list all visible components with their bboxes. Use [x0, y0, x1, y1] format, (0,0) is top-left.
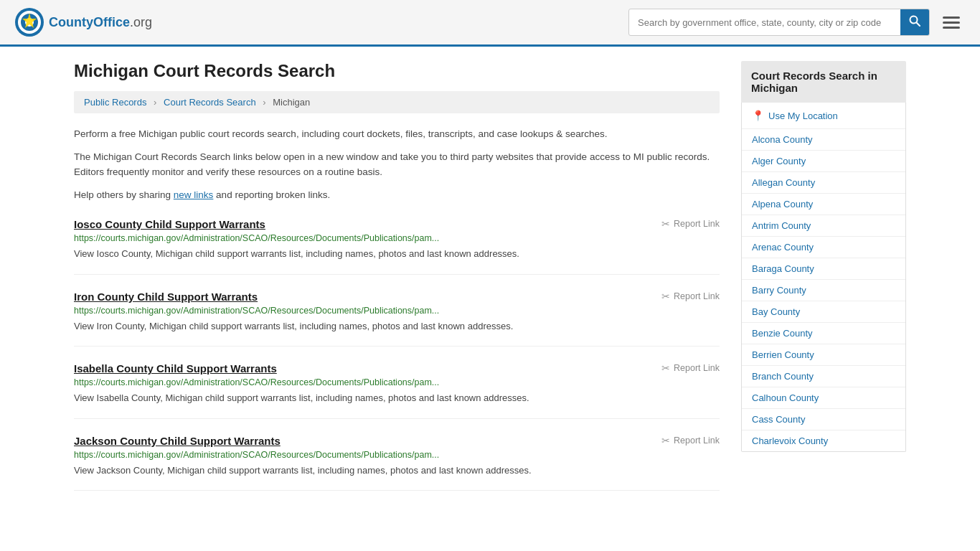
result-header: Jackson County Child Support Warrants ✂ …	[74, 435, 720, 450]
report-link-label: Report Link	[674, 435, 720, 446]
result-description: View Jackson County, Michigan child supp…	[74, 463, 720, 478]
report-link-button[interactable]: ✂ Report Link	[661, 362, 720, 374]
report-icon: ✂	[661, 362, 670, 374]
sidebar-section: 📍 Use My Location Alcona CountyAlger Cou…	[741, 103, 906, 452]
county-list-item: Antrim County	[742, 215, 905, 237]
use-location-label: Use My Location	[768, 110, 838, 121]
result-header: Isabella County Child Support Warrants ✂…	[74, 362, 720, 377]
county-list-item: Bay County	[742, 301, 905, 323]
county-list-item: Alger County	[742, 151, 905, 172]
result-item: Iosco County Child Support Warrants ✂ Re…	[74, 218, 720, 275]
county-list-item: Branch County	[742, 366, 905, 387]
result-title-link[interactable]: Iosco County Child Support Warrants	[74, 218, 265, 230]
description-3-prefix: Help others by sharing	[74, 189, 174, 200]
page-title: Michigan Court Records Search	[74, 61, 720, 81]
report-icon: ✂	[661, 291, 670, 302]
county-list-item: Cass County	[742, 409, 905, 430]
sidebar-county-link-allegan-county[interactable]: Allegan County	[742, 172, 905, 193]
sidebar-county-link-calhoun-county[interactable]: Calhoun County	[742, 387, 905, 408]
result-url: https://courts.michigan.gov/Administrati…	[74, 233, 720, 243]
sidebar-county-link-cass-county[interactable]: Cass County	[742, 409, 905, 430]
sidebar-county-link-branch-county[interactable]: Branch County	[742, 366, 905, 387]
main-container: Michigan Court Records Search Public Rec…	[60, 47, 920, 505]
county-list-item: Arenac County	[742, 237, 905, 258]
report-link-button[interactable]: ✂ Report Link	[661, 435, 720, 446]
county-list: Alcona CountyAlger CountyAllegan CountyA…	[742, 129, 905, 451]
site-header: CountyOffice.org	[0, 0, 980, 47]
logo-text: CountyOffice.org	[49, 15, 152, 30]
sidebar-county-link-benzie-county[interactable]: Benzie County	[742, 323, 905, 344]
search-input[interactable]	[629, 11, 900, 34]
report-link-label: Report Link	[674, 219, 720, 229]
result-item: Isabella County Child Support Warrants ✂…	[74, 362, 720, 419]
result-description: View Isabella County, Michigan child sup…	[74, 391, 720, 405]
result-url: https://courts.michigan.gov/Administrati…	[74, 377, 720, 387]
location-icon: 📍	[752, 110, 764, 121]
sidebar-county-link-charlevoix-county[interactable]: Charlevoix County	[742, 430, 905, 451]
county-list-item: Alpena County	[742, 194, 905, 215]
menu-bar	[943, 27, 960, 29]
breadcrumb-link-public-records[interactable]: Public Records	[84, 97, 146, 108]
logo-icon	[14, 7, 44, 37]
result-url: https://courts.michigan.gov/Administrati…	[74, 306, 720, 316]
breadcrumb-link-court-records[interactable]: Court Records Search	[164, 97, 256, 108]
county-list-item: Benzie County	[742, 323, 905, 344]
breadcrumb: Public Records › Court Records Search › …	[74, 91, 720, 113]
use-my-location-link[interactable]: 📍 Use My Location	[742, 103, 905, 129]
result-header: Iron County Child Support Warrants ✂ Rep…	[74, 291, 720, 306]
description-2: The Michigan Court Records Search links …	[74, 149, 720, 180]
sidebar-county-link-berrien-county[interactable]: Berrien County	[742, 344, 905, 365]
report-icon: ✂	[661, 435, 670, 446]
result-url: https://courts.michigan.gov/Administrati…	[74, 450, 720, 460]
breadcrumb-current: Michigan	[273, 97, 310, 108]
breadcrumb-separator: ›	[154, 97, 156, 108]
search-button[interactable]	[900, 9, 929, 35]
svg-line-6	[917, 23, 920, 27]
menu-button[interactable]	[937, 14, 966, 32]
county-list-item: Calhoun County	[742, 387, 905, 409]
result-title-link[interactable]: Jackson County Child Support Warrants	[74, 435, 281, 447]
logo-area: CountyOffice.org	[14, 7, 152, 37]
sidebar: Court Records Search in Michigan 📍 Use M…	[741, 61, 906, 491]
result-item: Jackson County Child Support Warrants ✂ …	[74, 435, 720, 491]
report-icon: ✂	[661, 218, 670, 230]
search-bar	[628, 9, 930, 36]
county-list-item: Baraga County	[742, 258, 905, 280]
breadcrumb-separator: ›	[263, 97, 265, 108]
report-link-label: Report Link	[674, 363, 720, 373]
report-link-label: Report Link	[674, 291, 720, 301]
description-3: Help others by sharing new links and rep…	[74, 187, 720, 203]
menu-bar	[943, 17, 960, 19]
menu-bar	[943, 22, 960, 24]
new-links-link[interactable]: new links	[174, 189, 214, 200]
sidebar-county-link-antrim-county[interactable]: Antrim County	[742, 215, 905, 236]
county-list-item: Barry County	[742, 280, 905, 301]
result-description: View Iosco County, Michigan child suppor…	[74, 247, 720, 261]
report-link-button[interactable]: ✂ Report Link	[661, 218, 720, 230]
result-description: View Iron County, Michigan child support…	[74, 319, 720, 334]
sidebar-county-link-barry-county[interactable]: Barry County	[742, 280, 905, 301]
report-link-button[interactable]: ✂ Report Link	[661, 291, 720, 302]
sidebar-county-link-alpena-county[interactable]: Alpena County	[742, 194, 905, 215]
sidebar-county-link-arenac-county[interactable]: Arenac County	[742, 237, 905, 258]
county-list-item: Allegan County	[742, 172, 905, 194]
result-title-link[interactable]: Isabella County Child Support Warrants	[74, 362, 277, 375]
sidebar-county-link-bay-county[interactable]: Bay County	[742, 301, 905, 322]
header-right	[628, 9, 966, 36]
sidebar-county-link-alger-county[interactable]: Alger County	[742, 151, 905, 171]
county-list-item: Berrien County	[742, 344, 905, 366]
sidebar-title: Court Records Search in Michigan	[741, 61, 906, 103]
results-list: Iosco County Child Support Warrants ✂ Re…	[74, 218, 720, 491]
result-title-link[interactable]: Iron County Child Support Warrants	[74, 291, 258, 303]
sidebar-county-link-alcona-county[interactable]: Alcona County	[742, 129, 905, 150]
sidebar-county-link-baraga-county[interactable]: Baraga County	[742, 258, 905, 279]
county-list-item: Charlevoix County	[742, 430, 905, 451]
result-item: Iron County Child Support Warrants ✂ Rep…	[74, 291, 720, 347]
description-1: Perform a free Michigan public court rec…	[74, 126, 720, 142]
result-header: Iosco County Child Support Warrants ✂ Re…	[74, 218, 720, 233]
search-icon	[909, 15, 920, 27]
content-area: Michigan Court Records Search Public Rec…	[74, 61, 720, 491]
county-list-item: Alcona County	[742, 129, 905, 151]
description-3-suffix: and reporting broken links.	[213, 189, 330, 200]
